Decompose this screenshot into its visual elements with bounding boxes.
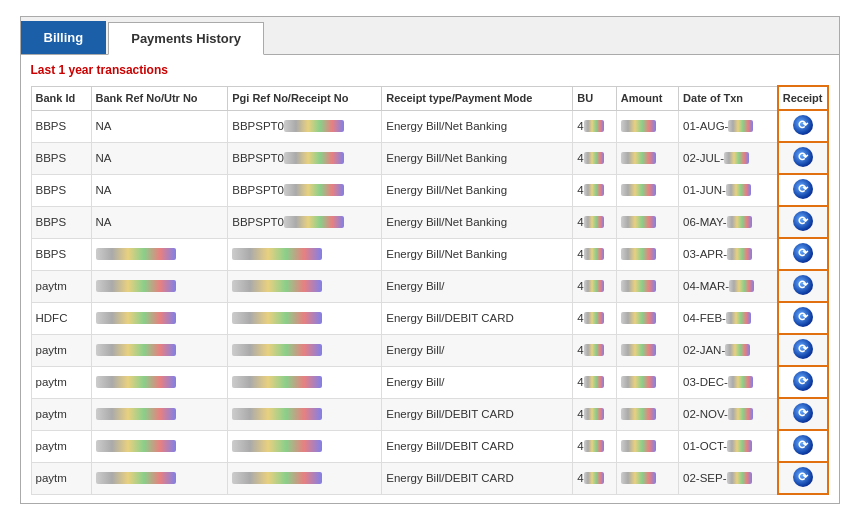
cell-receipt[interactable] [778, 462, 828, 494]
receipt-download-icon[interactable] [793, 243, 813, 263]
cell-bu: 4 [573, 462, 617, 494]
content-area: Last 1 year transactions Bank Id Bank Re… [21, 55, 839, 503]
cell-bank-id: paytm [31, 334, 91, 366]
cell-pgi-ref [228, 398, 382, 430]
cell-amount [616, 302, 678, 334]
cell-receipt[interactable] [778, 174, 828, 206]
cell-receipt[interactable] [778, 206, 828, 238]
cell-receipt-type: Energy Bill/Net Banking [382, 174, 573, 206]
col-receipt-type: Receipt type/Payment Mode [382, 86, 573, 110]
cell-bank-id: BBPS [31, 174, 91, 206]
receipt-download-icon[interactable] [793, 115, 813, 135]
cell-bu: 4 [573, 270, 617, 302]
table-row: BBPSNABBPSPT0Energy Bill/Net Banking401-… [31, 174, 828, 206]
cell-receipt-type: Energy Bill/ [382, 366, 573, 398]
receipt-download-icon[interactable] [793, 403, 813, 423]
cell-pgi-ref: BBPSPT0 [228, 206, 382, 238]
cell-date: 02-SEP- [679, 462, 778, 494]
cell-receipt[interactable] [778, 142, 828, 174]
cell-date: 06-MAY- [679, 206, 778, 238]
cell-bu: 4 [573, 302, 617, 334]
table-row: BBPSNABBPSPT0Energy Bill/Net Banking402-… [31, 142, 828, 174]
cell-receipt[interactable] [778, 334, 828, 366]
receipt-download-icon[interactable] [793, 371, 813, 391]
cell-bank-ref [91, 462, 228, 494]
cell-date: 02-NOV- [679, 398, 778, 430]
cell-receipt-type: Energy Bill/ [382, 334, 573, 366]
cell-receipt-type: Energy Bill/Net Banking [382, 206, 573, 238]
cell-bank-ref: NA [91, 174, 228, 206]
cell-bank-id: paytm [31, 398, 91, 430]
cell-bank-ref [91, 334, 228, 366]
col-receipt: Receipt [778, 86, 828, 110]
cell-receipt[interactable] [778, 302, 828, 334]
receipt-download-icon[interactable] [793, 179, 813, 199]
cell-bank-ref [91, 270, 228, 302]
payments-table: Bank Id Bank Ref No/Utr No Pgi Ref No/Re… [31, 85, 829, 495]
cell-amount [616, 110, 678, 142]
tab-billing[interactable]: Billing [21, 21, 107, 54]
cell-bu: 4 [573, 206, 617, 238]
tab-bar: Billing Payments History [21, 17, 839, 55]
cell-date: 01-AUG- [679, 110, 778, 142]
cell-receipt[interactable] [778, 238, 828, 270]
cell-receipt-type: Energy Bill/Net Banking [382, 238, 573, 270]
cell-receipt[interactable] [778, 366, 828, 398]
cell-amount [616, 174, 678, 206]
cell-pgi-ref: BBPSPT0 [228, 142, 382, 174]
col-date: Date of Txn [679, 86, 778, 110]
cell-bu: 4 [573, 110, 617, 142]
cell-bank-ref [91, 398, 228, 430]
cell-bu: 4 [573, 238, 617, 270]
cell-receipt[interactable] [778, 398, 828, 430]
cell-receipt[interactable] [778, 430, 828, 462]
cell-bank-ref [91, 430, 228, 462]
table-row: paytmEnergy Bill/403-DEC- [31, 366, 828, 398]
cell-pgi-ref [228, 302, 382, 334]
receipt-download-icon[interactable] [793, 467, 813, 487]
cell-date: 02-JUL- [679, 142, 778, 174]
cell-date: 04-FEB- [679, 302, 778, 334]
cell-date: 04-MAR- [679, 270, 778, 302]
cell-receipt-type: Energy Bill/ [382, 270, 573, 302]
receipt-download-icon[interactable] [793, 211, 813, 231]
cell-bank-ref: NA [91, 142, 228, 174]
receipt-download-icon[interactable] [793, 435, 813, 455]
cell-amount [616, 334, 678, 366]
cell-bank-id: paytm [31, 430, 91, 462]
cell-bank-id: BBPS [31, 142, 91, 174]
receipt-download-icon[interactable] [793, 307, 813, 327]
cell-receipt[interactable] [778, 110, 828, 142]
receipt-download-icon[interactable] [793, 339, 813, 359]
cell-pgi-ref [228, 462, 382, 494]
table-row: paytmEnergy Bill/DEBIT CARD401-OCT- [31, 430, 828, 462]
tab-payments-history[interactable]: Payments History [108, 22, 264, 55]
cell-pgi-ref: BBPSPT0 [228, 174, 382, 206]
cell-amount [616, 238, 678, 270]
receipt-download-icon[interactable] [793, 147, 813, 167]
cell-bank-id: BBPS [31, 110, 91, 142]
cell-bu: 4 [573, 366, 617, 398]
cell-bank-id: BBPS [31, 238, 91, 270]
cell-receipt-type: Energy Bill/DEBIT CARD [382, 430, 573, 462]
col-bank-ref: Bank Ref No/Utr No [91, 86, 228, 110]
cell-bank-id: paytm [31, 270, 91, 302]
cell-bank-id: BBPS [31, 206, 91, 238]
cell-receipt-type: Energy Bill/DEBIT CARD [382, 462, 573, 494]
cell-bank-ref [91, 302, 228, 334]
cell-bu: 4 [573, 334, 617, 366]
cell-receipt-type: Energy Bill/DEBIT CARD [382, 398, 573, 430]
cell-bank-ref [91, 238, 228, 270]
cell-date: 01-JUN- [679, 174, 778, 206]
cell-receipt[interactable] [778, 270, 828, 302]
col-pgi-ref: Pgi Ref No/Receipt No [228, 86, 382, 110]
subtitle-text: Last 1 year transactions [31, 63, 829, 77]
cell-amount [616, 270, 678, 302]
table-row: BBPSEnergy Bill/Net Banking403-APR- [31, 238, 828, 270]
cell-amount [616, 430, 678, 462]
cell-bank-id: paytm [31, 462, 91, 494]
cell-bank-ref: NA [91, 206, 228, 238]
table-row: paytmEnergy Bill/DEBIT CARD402-SEP- [31, 462, 828, 494]
cell-amount [616, 462, 678, 494]
receipt-download-icon[interactable] [793, 275, 813, 295]
